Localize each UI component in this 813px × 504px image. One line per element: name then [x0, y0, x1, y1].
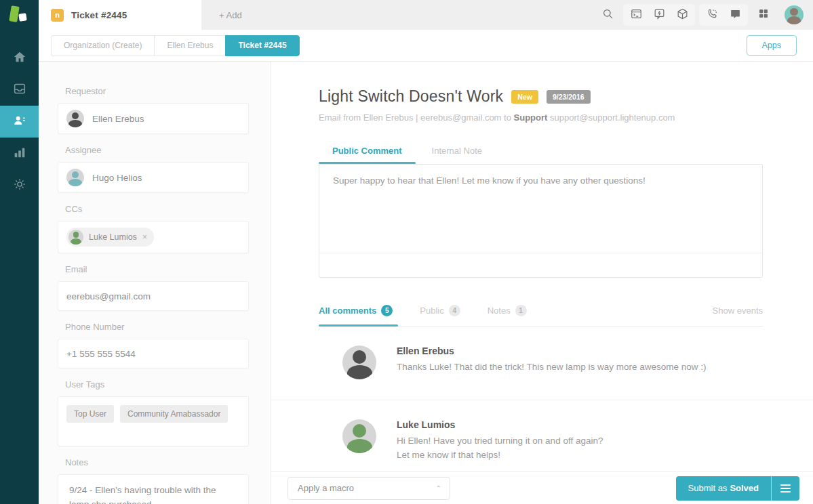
cube-icon [676, 7, 689, 23]
comment-author: Luke Lumios [397, 419, 603, 430]
tab-internal-note[interactable]: Internal Note [418, 140, 496, 164]
remove-cc-icon[interactable]: × [142, 232, 147, 242]
meta-support: Support [514, 112, 548, 123]
ccs-field[interactable]: Luke Lumios × [58, 221, 249, 253]
notes-value: 9/24 - Ellen's having trouble with the l… [58, 475, 248, 504]
add-tab-button[interactable]: + Add [201, 0, 260, 30]
user-tags-field[interactable]: Top User Community Amabassador [58, 396, 249, 446]
sidebar-item-reports[interactable] [0, 138, 39, 169]
breadcrumb: Organization (Create) Ellen Erebus Ticke… [39, 30, 813, 62]
composer-textarea[interactable]: Super happy to hear that Ellen! Let me k… [319, 165, 762, 253]
show-events-toggle[interactable]: Show events [713, 306, 763, 318]
submit-as-solved-button[interactable]: Submit as Solved [676, 476, 771, 501]
email-value: eerebus@gmail.com [66, 291, 151, 301]
ticket-footer-bar: Apply a macro ⌃ Submit as Solved [271, 471, 813, 504]
chat-button[interactable] [723, 5, 747, 25]
apply-macro-placeholder: Apply a macro [298, 483, 354, 493]
terminal-icon [630, 7, 643, 23]
ticket-meta: Email from Ellen Erebus | eerebus@gmail.… [319, 112, 763, 123]
user-avatar[interactable] [785, 5, 804, 24]
submit-prefix: Submit as [688, 483, 728, 493]
tab-all-comments[interactable]: All comments 5 [319, 298, 405, 326]
comment-author: Ellen Erebus [397, 345, 706, 356]
breadcrumb-organization[interactable]: Organization (Create) [51, 35, 154, 56]
assignee-avatar [66, 169, 84, 186]
status-badge-new: New [511, 90, 538, 104]
notes-count: 1 [515, 305, 527, 316]
assignee-value: Hugo Helios [92, 173, 142, 183]
sidebar-item-home[interactable] [0, 42, 39, 74]
ccs-label: CCs [65, 204, 271, 214]
ticket-tab-title: Ticket #2445 [71, 10, 127, 20]
app-logo[interactable] [0, 0, 39, 30]
all-comments-label: All comments [319, 306, 376, 316]
channels-icon-group [699, 4, 748, 26]
submit-status: Solved [730, 483, 759, 493]
chevron-up-icon: ⌃ [436, 484, 441, 492]
customers-icon [12, 113, 27, 131]
notes-tab-label: Notes [488, 306, 511, 316]
views-icon [12, 81, 27, 99]
tools-icon-group [623, 4, 695, 26]
left-nav-rail [0, 0, 39, 504]
assignee-label: Assignee [65, 145, 271, 155]
call-button[interactable] [700, 5, 723, 25]
notes-field[interactable]: 9/24 - Ellen's having trouble with the l… [58, 474, 249, 504]
requestor-value: Ellen Erebus [92, 114, 144, 124]
submit-options-button[interactable] [771, 476, 799, 501]
submit-button-group: Submit as Solved [676, 476, 799, 501]
phone-value: +1 555 555 5544 [66, 349, 136, 359]
breadcrumb-ellen-erebus[interactable]: Ellen Erebus [154, 35, 225, 56]
feedback-button[interactable] [648, 5, 671, 25]
tab-public-comment[interactable]: Public Comment [319, 140, 416, 164]
apps-button[interactable]: Apps [747, 35, 797, 56]
top-tab-bar: n Ticket #2445 + Add [39, 0, 813, 30]
composer-tabs: Public Comment Internal Note [319, 140, 763, 164]
sidebar-item-customers[interactable] [0, 106, 39, 138]
open-ticket-tab[interactable]: n Ticket #2445 [39, 0, 201, 30]
comment-text: Thanks Luke! That did the trick! This ne… [397, 360, 706, 375]
logo-green-shape [9, 5, 19, 22]
requestor-label: Requestor [65, 86, 271, 96]
comment-composer: Super happy to hear that Ellen! Let me k… [319, 164, 763, 278]
comment-avatar-ellen [342, 345, 376, 379]
comment-avatar-luke [342, 419, 376, 453]
sidebar-item-views[interactable] [0, 74, 39, 106]
public-label: Public [420, 306, 443, 316]
products-button[interactable] [671, 5, 694, 25]
email-field[interactable]: eerebus@gmail.com [58, 281, 249, 311]
requestor-avatar [66, 110, 84, 127]
reports-icon [12, 145, 27, 163]
tag-top-user[interactable]: Top User [66, 405, 114, 423]
comment-luke: Luke Lumios Hi Ellen! Have you tried tur… [271, 400, 813, 471]
cc-avatar [68, 230, 83, 245]
notes-label: Notes [65, 457, 271, 467]
phone-field[interactable]: +1 555 555 5544 [58, 339, 249, 369]
apps-grid-button[interactable] [752, 5, 775, 25]
comment-text: Let me know if that helps! [397, 448, 603, 463]
sidebar-item-settings[interactable] [0, 169, 39, 201]
ticket-title: Light Switch Doesn't Work [319, 87, 503, 106]
logo-white-shape [18, 13, 26, 21]
tab-notes[interactable]: Notes 1 [488, 298, 539, 326]
console-button[interactable] [624, 5, 648, 25]
phone-label: Phone Number [65, 322, 271, 332]
tag-community-ambassador[interactable]: Community Amabassador [120, 405, 228, 423]
search-icon [601, 7, 614, 23]
ticket-tab-badge: n [51, 9, 64, 22]
assignee-field[interactable]: Hugo Helios [58, 162, 249, 193]
tab-public[interactable]: Public 4 [420, 298, 472, 326]
home-icon [12, 49, 27, 67]
breadcrumb-ticket[interactable]: Ticket #2445 [225, 35, 299, 56]
settings-icon [12, 177, 27, 194]
composer-footer[interactable] [319, 253, 762, 277]
all-comments-count: 5 [381, 305, 393, 316]
apply-macro-select[interactable]: Apply a macro ⌃ [287, 477, 450, 500]
search-button[interactable] [596, 5, 619, 25]
grid-icon [757, 7, 770, 22]
requestor-field[interactable]: Ellen Erebus [58, 103, 249, 134]
ticket-main: Light Switch Doesn't Work New 9/23/2016 … [271, 62, 813, 471]
public-count: 4 [449, 305, 460, 316]
meta-prefix: Email from Ellen Erebus | eerebus@gmail.… [319, 112, 514, 123]
cc-chip-luke-lumios[interactable]: Luke Lumios × [66, 228, 154, 247]
